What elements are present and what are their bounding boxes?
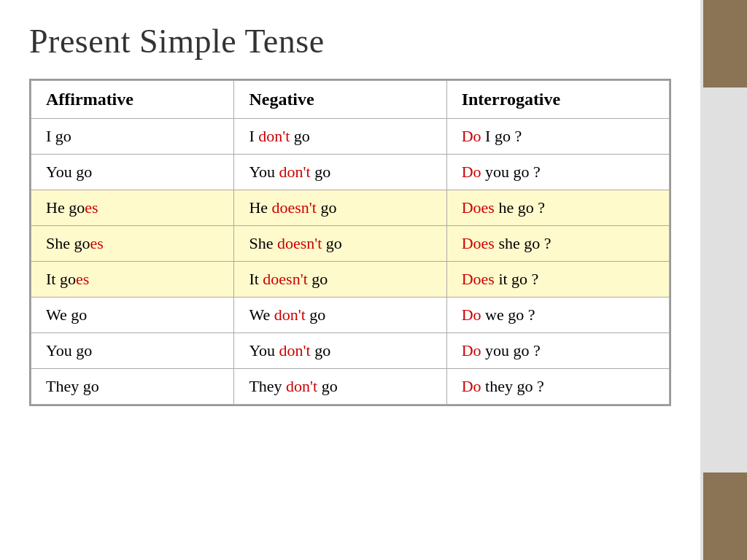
text-red: Does	[462, 234, 495, 252]
table-row: It goesIt doesn't goDoes it go ?	[31, 262, 670, 298]
cell-affirmative-3: She goes	[31, 226, 234, 262]
cell-interrogative-5: Do we go ?	[446, 298, 669, 333]
grammar-table: Affirmative Negative Interrogative I goI…	[31, 80, 670, 405]
table-row: She goesShe doesn't goDoes she go ?	[31, 226, 670, 262]
text-red: Do	[462, 306, 481, 324]
text-red: don't	[274, 306, 306, 324]
cell-affirmative-1: You go	[31, 155, 234, 190]
text-red: don't	[258, 127, 290, 145]
text-red: Does	[462, 270, 495, 288]
page-title: Present Simple Tense	[29, 22, 671, 61]
table-row: You goYou don't goDo you go ?	[31, 333, 670, 369]
cell-affirmative-5: We go	[31, 298, 234, 333]
text-red: doesn't	[277, 234, 322, 252]
cell-negative-5: We don't go	[234, 298, 446, 333]
table-row: We goWe don't goDo we go ?	[31, 298, 670, 333]
cell-affirmative-7: They go	[31, 369, 234, 405]
corner-decoration-top-right	[703, 0, 747, 88]
table-row: I goI don't goDo I go ?	[31, 119, 670, 155]
cell-affirmative-0: I go	[31, 119, 234, 155]
text-red: don't	[279, 163, 311, 181]
text-red: es	[76, 270, 89, 288]
cell-negative-7: They don't go	[234, 369, 446, 405]
cell-negative-6: You don't go	[234, 333, 446, 369]
text-red: es	[85, 198, 98, 217]
cell-negative-3: She doesn't go	[234, 226, 446, 262]
table-row: You goYou don't goDo you go ?	[31, 155, 670, 190]
cell-negative-2: He doesn't go	[234, 190, 446, 226]
cell-interrogative-2: Does he go ?	[446, 190, 669, 226]
header-negative: Negative	[234, 81, 446, 119]
cell-interrogative-1: Do you go ?	[446, 155, 669, 190]
cell-negative-4: It doesn't go	[234, 262, 446, 298]
text-red: doesn't	[263, 270, 307, 288]
table-header-row: Affirmative Negative Interrogative	[31, 81, 670, 119]
cell-affirmative-6: You go	[31, 333, 234, 369]
text-red: Do	[462, 377, 481, 395]
grammar-table-wrapper: Affirmative Negative Interrogative I goI…	[29, 79, 671, 406]
cell-negative-0: I don't go	[234, 119, 446, 155]
cell-interrogative-0: Do I go ?	[446, 119, 669, 155]
text-red: don't	[286, 377, 317, 395]
cell-affirmative-2: He goes	[31, 190, 234, 226]
header-interrogative: Interrogative	[446, 81, 669, 119]
text-red: don't	[279, 341, 311, 359]
text-red: doesn't	[272, 198, 317, 217]
text-red: es	[90, 234, 104, 252]
cell-interrogative-3: Does she go ?	[446, 226, 669, 262]
cell-interrogative-6: Do you go ?	[446, 333, 669, 369]
cell-interrogative-7: Do they go ?	[446, 369, 669, 405]
cell-interrogative-4: Does it go ?	[446, 262, 669, 298]
header-affirmative: Affirmative	[31, 81, 234, 119]
table-row: He goesHe doesn't goDoes he go ?	[31, 190, 670, 226]
text-red: Do	[462, 127, 481, 145]
table-row: They goThey don't goDo they go ?	[31, 369, 670, 405]
text-red: Does	[462, 198, 495, 217]
cell-affirmative-4: It goes	[31, 262, 234, 298]
corner-decoration-bottom-right	[703, 472, 747, 560]
text-red: Do	[462, 163, 481, 181]
cell-negative-1: You don't go	[234, 155, 446, 190]
main-content: Present Simple Tense Affirmative Negativ…	[0, 0, 700, 560]
text-red: Do	[462, 341, 481, 359]
